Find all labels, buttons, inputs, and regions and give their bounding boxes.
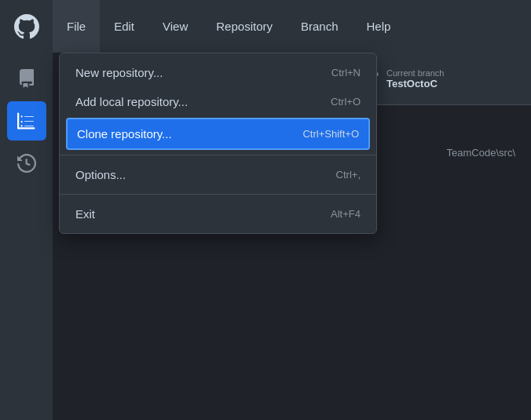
menu-edit[interactable]: Edit xyxy=(100,0,148,53)
menu-help[interactable]: Help xyxy=(353,0,405,53)
menu-item-exit-label: Exit xyxy=(75,207,95,221)
menu-branch[interactable]: Branch xyxy=(287,0,353,53)
menu-divider-2 xyxy=(60,194,376,195)
menu-items: File Edit View Repository Branch Help xyxy=(53,0,405,53)
menu-item-clone-repo-shortcut: Ctrl+Shift+O xyxy=(302,128,359,140)
changes-icon xyxy=(17,111,36,130)
menu-item-options-shortcut: Ctrl+, xyxy=(336,169,361,181)
path-text: TeamCode\src\ xyxy=(447,147,515,159)
repo-icon xyxy=(17,69,36,88)
branch-name: TestOctoC xyxy=(386,78,444,89)
sidebar xyxy=(0,53,53,420)
menu-item-new-repo-label: New repository... xyxy=(75,66,163,79)
menu-item-options[interactable]: Options... Ctrl+, xyxy=(60,160,376,189)
menu-file[interactable]: File xyxy=(53,0,100,53)
github-icon xyxy=(14,14,39,39)
menu-repository[interactable]: Repository xyxy=(202,0,287,53)
menu-item-exit-shortcut: Alt+F4 xyxy=(331,208,361,220)
sidebar-item-repository[interactable] xyxy=(7,59,46,98)
branch-info: Current branch TestOctoC xyxy=(386,68,444,89)
menu-view[interactable]: View xyxy=(148,0,202,53)
menu-bar: File Edit View Repository Branch Help xyxy=(0,0,531,53)
menu-item-new-repo[interactable]: New repository... Ctrl+N xyxy=(60,58,376,87)
menu-item-add-local-shortcut: Ctrl+O xyxy=(331,96,361,108)
menu-item-clone-repo-label: Clone repository... xyxy=(77,127,172,141)
app-logo[interactable] xyxy=(0,0,53,53)
menu-item-clone-repo[interactable]: Clone repository... Ctrl+Shift+O xyxy=(66,118,370,150)
menu-item-new-repo-shortcut: Ctrl+N xyxy=(331,67,361,79)
menu-item-options-label: Options... xyxy=(75,168,126,181)
file-dropdown-menu: New repository... Ctrl+N Add local repos… xyxy=(59,53,377,234)
menu-item-add-local[interactable]: Add local repository... Ctrl+O xyxy=(60,87,376,116)
menu-item-add-local-label: Add local repository... xyxy=(75,95,188,108)
sidebar-item-changes[interactable] xyxy=(7,101,46,141)
sidebar-item-history[interactable] xyxy=(7,144,46,183)
menu-item-exit[interactable]: Exit Alt+F4 xyxy=(60,199,376,228)
menu-divider-1 xyxy=(60,155,376,155)
branch-bar: Current branch TestOctoC xyxy=(353,53,531,105)
history-icon xyxy=(17,154,36,173)
branch-label: Current branch xyxy=(386,68,444,78)
